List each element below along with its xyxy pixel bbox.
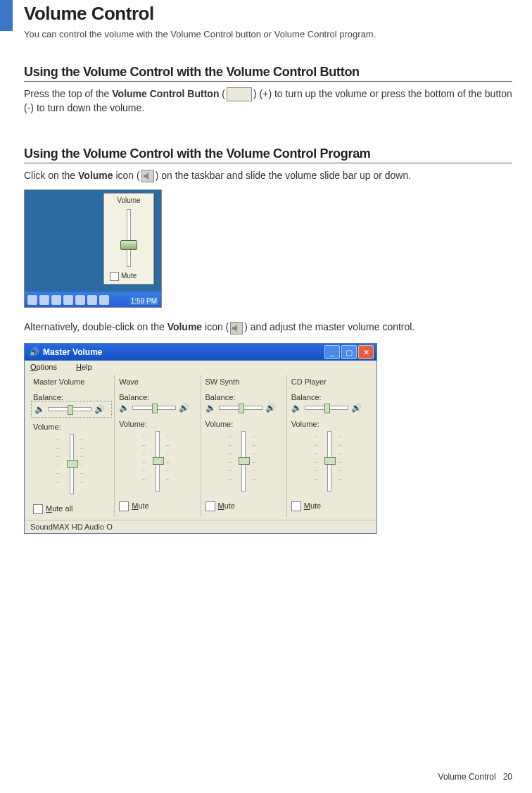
channel-name: Master Volume bbox=[33, 377, 110, 386]
balance-label: Balance: bbox=[205, 393, 282, 401]
speaker-icon bbox=[230, 322, 243, 335]
tray-clock: 1:59 PM bbox=[129, 297, 158, 305]
page-footer: Volume Control 20 bbox=[438, 772, 512, 782]
speaker-left-icon: 🔈 bbox=[291, 403, 302, 413]
volume-popup-track[interactable] bbox=[127, 209, 131, 267]
channel-wave: Wave Balance: 🔈 🔊 Volume: –––––– –––––– … bbox=[114, 375, 200, 517]
volume-thumb[interactable] bbox=[324, 457, 336, 465]
page-intro: You can control the volume with the Volu… bbox=[24, 29, 512, 39]
volume-slider[interactable]: –––––– –––––– bbox=[205, 431, 282, 496]
mute-checkbox[interactable]: Mute bbox=[291, 501, 368, 511]
checkbox-icon[interactable] bbox=[110, 272, 119, 281]
volume-slider[interactable]: –––––– –––––– bbox=[119, 431, 196, 496]
balance-slider[interactable]: 🔈 🔊 bbox=[291, 403, 368, 413]
mute-checkbox[interactable]: Mute bbox=[205, 501, 282, 511]
app-icon: 🔊 bbox=[29, 347, 39, 357]
balance-slider[interactable]: 🔈 🔊 bbox=[119, 403, 196, 413]
menu-help[interactable]: Help bbox=[76, 363, 92, 371]
minimize-button[interactable]: _ bbox=[324, 345, 340, 359]
volume-popup: Volume Mute bbox=[103, 193, 154, 285]
volume-button-icon bbox=[227, 87, 252, 101]
taskbar: 1:59 PM bbox=[25, 292, 161, 307]
tray-icons bbox=[27, 295, 109, 305]
window-title: Master Volume bbox=[43, 347, 102, 357]
balance-thumb[interactable] bbox=[239, 404, 244, 413]
balance-label: Balance: bbox=[33, 393, 110, 401]
volume-label: Volume: bbox=[205, 420, 282, 428]
volume-thumb[interactable] bbox=[153, 457, 164, 465]
mute-checkbox[interactable]: Mute bbox=[119, 501, 196, 511]
section-rule bbox=[24, 81, 512, 82]
volume-slider[interactable]: –––––– –––––– bbox=[291, 431, 368, 496]
speaker-right-icon: 🔊 bbox=[179, 403, 189, 413]
page-side-tab bbox=[0, 0, 13, 31]
page-title: Volume Control bbox=[24, 3, 512, 25]
section2-para1: Click on the Volume icon () on the taskb… bbox=[24, 169, 512, 183]
balance-thumb[interactable] bbox=[152, 404, 158, 413]
menu-options[interactable]: Options bbox=[30, 363, 65, 371]
window-menubar: Options Help bbox=[25, 361, 376, 373]
section-rule bbox=[24, 163, 512, 163]
screenshot-volume-popup: Volume Mute 1:59 PM bbox=[24, 189, 162, 308]
section1-para: Press the top of the Volume Control Butt… bbox=[24, 87, 512, 115]
channel-name: SW Synth bbox=[205, 377, 282, 386]
balance-label: Balance: bbox=[291, 393, 368, 401]
volume-slider[interactable]: –––––– –––––– bbox=[33, 434, 110, 499]
speaker-right-icon: 🔊 bbox=[265, 403, 276, 413]
channel-name: Wave bbox=[119, 377, 196, 386]
status-bar: SoundMAX HD Audio O bbox=[25, 520, 376, 533]
speaker-left-icon: 🔈 bbox=[119, 403, 129, 413]
volume-popup-slider-thumb[interactable] bbox=[120, 240, 137, 250]
speaker-left-icon: 🔈 bbox=[205, 403, 216, 413]
volume-popup-label: Volume bbox=[104, 196, 153, 204]
speaker-right-icon: 🔊 bbox=[94, 404, 105, 414]
channel-master-volume: Master Volume Balance: 🔈 🔊 Volume: –––––… bbox=[29, 375, 114, 517]
speaker-right-icon: 🔊 bbox=[351, 403, 362, 413]
svg-marker-1 bbox=[232, 325, 237, 332]
volume-label: Volume: bbox=[119, 420, 196, 428]
volume-label: Volume: bbox=[291, 420, 368, 428]
balance-thumb[interactable] bbox=[324, 404, 330, 413]
maximize-button[interactable]: ▢ bbox=[341, 345, 357, 359]
balance-slider[interactable]: 🔈 🔊 bbox=[33, 403, 110, 416]
channel-cd-player: CD Player Balance: 🔈 🔊 Volume: –––––– ––… bbox=[286, 375, 372, 517]
volume-thumb[interactable] bbox=[239, 457, 250, 465]
channel-sw-synth: SW Synth Balance: 🔈 🔊 Volume: –––––– –––… bbox=[201, 375, 286, 517]
section2-para2: Alternatively, double-click on the Volum… bbox=[24, 320, 512, 335]
section1-heading: Using the Volume Control with the Volume… bbox=[24, 65, 512, 80]
volume-popup-mute[interactable]: Mute bbox=[110, 272, 137, 281]
mute-all-checkbox[interactable]: Mute all bbox=[33, 504, 110, 514]
window-titlebar: 🔊 Master Volume _ ▢ ✕ bbox=[25, 344, 376, 361]
section2-heading: Using the Volume Control with the Volume… bbox=[24, 146, 512, 161]
balance-label: Balance: bbox=[119, 393, 196, 401]
close-button[interactable]: ✕ bbox=[358, 345, 374, 359]
speaker-icon bbox=[141, 170, 154, 182]
channel-name: CD Player bbox=[291, 377, 368, 386]
volume-label: Volume: bbox=[33, 423, 110, 431]
speaker-left-icon: 🔈 bbox=[34, 404, 45, 414]
balance-slider[interactable]: 🔈 🔊 bbox=[205, 403, 282, 413]
balance-thumb[interactable] bbox=[68, 405, 73, 415]
screenshot-master-volume: 🔊 Master Volume _ ▢ ✕ Options Help Maste… bbox=[24, 343, 377, 534]
svg-marker-0 bbox=[144, 173, 148, 180]
volume-thumb[interactable] bbox=[67, 460, 78, 468]
